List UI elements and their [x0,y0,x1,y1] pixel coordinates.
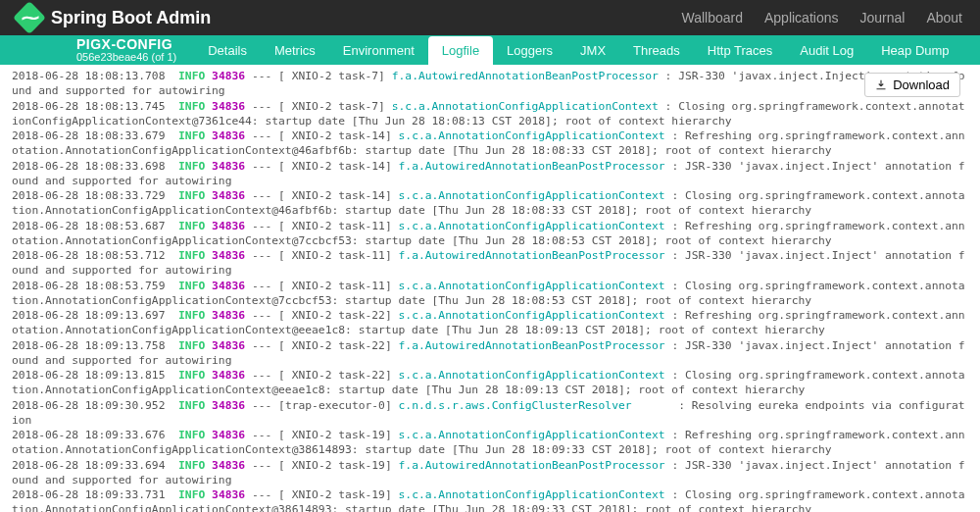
log-line: 2018-06-28 18:08:33.729 INFO 34836 --- [… [12,189,965,217]
tab-metrics[interactable]: Metrics [261,36,329,65]
tab-http-traces[interactable]: Http Traces [694,36,786,65]
heartbeat-icon [13,1,46,34]
log-logger: f.a.AutowiredAnnotationBeanPostProcessor [399,339,665,352]
log-level: INFO [178,220,205,232]
log-level: INFO [178,280,205,292]
logo[interactable]: Spring Boot Admin [18,6,211,29]
tab-environment[interactable]: Environment [329,36,428,65]
log-line: 2018-06-28 18:09:33.694 INFO 34836 --- [… [12,459,965,486]
log-pid: 34836 [212,459,245,472]
log-pid: 34836 [212,129,245,142]
tab-loggers[interactable]: Loggers [493,36,566,65]
top-bar: Spring Boot Admin Wallboard Applications… [0,0,980,35]
log-pid: 34836 [212,249,245,262]
top-nav: Wallboard Applications Journal About [681,10,962,26]
log-level: INFO [178,369,205,382]
nav-journal[interactable]: Journal [859,10,905,26]
sub-bar: PIGX-CONFIG 056e23beae46 (of 1) Details … [0,35,980,65]
nav-applications[interactable]: Applications [764,10,839,26]
log-logger: f.a.AutowiredAnnotationBeanPostProcessor [399,249,665,262]
log-level: INFO [178,399,205,412]
log-level: INFO [178,160,205,173]
download-button[interactable]: Download [864,73,960,97]
nav-wallboard[interactable]: Wallboard [681,10,743,26]
log-line: 2018-06-28 18:08:53.687 INFO 34836 --- [… [12,220,965,247]
log-logger: f.a.AutowiredAnnotationBeanPostProcessor [399,160,665,173]
log-line: 2018-06-28 18:08:33.679 INFO 34836 --- [… [12,129,965,157]
log-logger: s.c.a.AnnotationConfigApplicationContext [399,369,665,382]
log-pid: 34836 [212,399,245,412]
log-line: 2018-06-28 18:09:13.815 INFO 34836 --- [… [12,369,965,396]
log-logger: s.c.a.AnnotationConfigApplicationContext [399,220,665,232]
log-level: INFO [178,459,205,472]
log-line: 2018-06-28 18:09:33.731 INFO 34836 --- [… [12,488,965,512]
log-level: INFO [178,189,205,202]
log-line: 2018-06-28 18:08:53.712 INFO 34836 --- [… [12,249,965,277]
download-label: Download [893,77,950,92]
log-pid: 34836 [212,280,245,292]
tab-audit-log[interactable]: Audit Log [786,36,867,65]
log-pid: 34836 [212,429,245,441]
log-panel[interactable]: 2018-06-28 18:08:13.708 INFO 34836 --- [… [0,65,980,512]
log-pid: 34836 [212,220,245,232]
log-line: 2018-06-28 18:09:13.697 INFO 34836 --- [… [12,309,965,336]
log-level: INFO [178,339,205,352]
log-line: 2018-06-28 18:09:30.952 INFO 34836 --- [… [12,399,965,427]
app-name: PIGX-CONFIG [76,37,176,52]
log-level: INFO [178,309,205,322]
log-pid: 34836 [212,100,245,113]
tab-jmx[interactable]: JMX [566,36,619,65]
log-line: 2018-06-28 18:08:13.745 INFO 34836 --- [… [12,100,965,128]
log-logger: s.c.a.AnnotationConfigApplicationContext [399,488,665,501]
log-logger: s.c.a.AnnotationConfigApplicationContext [392,100,659,113]
log-logger: f.a.AutowiredAnnotationBeanPostProcessor [392,70,659,82]
log-level: INFO [178,488,205,501]
log-logger: s.c.a.AnnotationConfigApplicationContext [399,309,665,322]
nav-about[interactable]: About [926,10,962,26]
log-line: 2018-06-28 18:09:13.758 INFO 34836 --- [… [12,339,965,367]
log-logger: s.c.a.AnnotationConfigApplicationContext [399,280,665,292]
log-level: INFO [178,100,205,113]
log-logger: s.c.a.AnnotationConfigApplicationContext [399,189,665,202]
log-logger: s.c.a.AnnotationConfigApplicationContext [399,129,665,142]
log-logger: f.a.AutowiredAnnotationBeanPostProcessor [399,459,665,472]
log-pid: 34836 [212,189,245,202]
log-pid: 34836 [212,160,245,173]
log-pid: 34836 [212,70,245,82]
log-logger: c.n.d.s.r.aws.ConfigClusterResolver [399,399,632,412]
log-level: INFO [178,429,205,441]
download-icon [875,79,887,91]
log-level: INFO [178,249,205,262]
log-level: INFO [178,129,205,142]
tab-threads[interactable]: Threads [619,36,694,65]
log-pid: 34836 [212,309,245,322]
brand-text: Spring Boot Admin [51,8,211,28]
app-identifier[interactable]: PIGX-CONFIG 056e23beae46 (of 1) [0,37,194,63]
log-line: 2018-06-28 18:09:33.676 INFO 34836 --- [… [12,429,965,456]
sub-nav: Details Metrics Environment Logfile Logg… [194,36,962,65]
log-logger: s.c.a.AnnotationConfigApplicationContext [399,429,665,441]
tab-heap-dump[interactable]: Heap Dump [867,36,962,65]
log-level: INFO [178,70,205,82]
tab-details[interactable]: Details [194,36,261,65]
log-pid: 34836 [212,488,245,501]
log-line: 2018-06-28 18:08:33.698 INFO 34836 --- [… [12,160,965,187]
log-pid: 34836 [212,369,245,382]
log-line: 2018-06-28 18:08:13.708 INFO 34836 --- [… [12,70,965,97]
log-pid: 34836 [212,339,245,352]
app-id: 056e23beae46 (of 1) [76,52,176,64]
log-line: 2018-06-28 18:08:53.759 INFO 34836 --- [… [12,280,965,307]
tab-logfile[interactable]: Logfile [428,36,493,65]
